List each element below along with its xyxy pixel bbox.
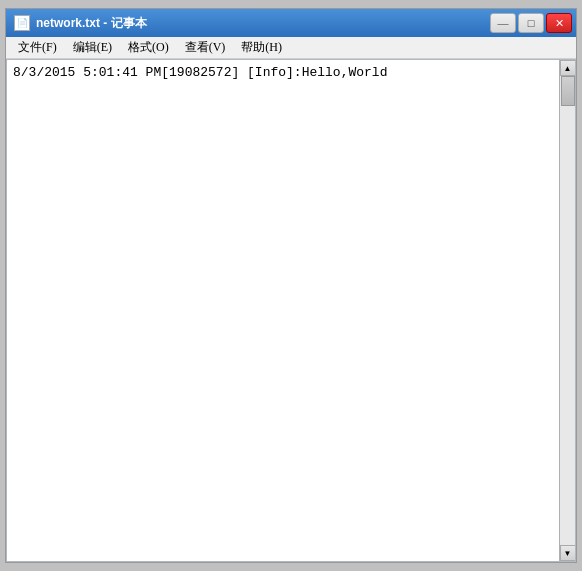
text-area-container: 8/3/2015 5:01:41 PM[19082572] [Info]:Hel… — [6, 59, 576, 562]
minimize-button[interactable]: — — [490, 13, 516, 33]
menu-edit[interactable]: 编辑(E) — [65, 37, 120, 58]
maximize-button[interactable]: □ — [518, 13, 544, 33]
close-button[interactable]: ✕ — [546, 13, 572, 33]
menu-view[interactable]: 查看(V) — [177, 37, 234, 58]
menu-format[interactable]: 格式(O) — [120, 37, 177, 58]
scrollbar-track[interactable] — [560, 76, 575, 545]
text-content[interactable]: 8/3/2015 5:01:41 PM[19082572] [Info]:Hel… — [7, 60, 559, 561]
scroll-up-button[interactable]: ▲ — [560, 60, 576, 76]
vertical-scrollbar: ▲ ▼ — [559, 60, 575, 561]
app-icon: 📄 — [14, 15, 30, 31]
menu-file[interactable]: 文件(F) — [10, 37, 65, 58]
scrollbar-thumb[interactable] — [561, 76, 575, 106]
scroll-down-button[interactable]: ▼ — [560, 545, 576, 561]
window-title: network.txt - 记事本 — [36, 15, 147, 32]
title-bar-left: 📄 network.txt - 记事本 — [14, 15, 147, 32]
menu-help[interactable]: 帮助(H) — [233, 37, 290, 58]
menu-bar: 文件(F) 编辑(E) 格式(O) 查看(V) 帮助(H) — [6, 37, 576, 59]
notepad-window: 📄 network.txt - 记事本 — □ ✕ 文件(F) 编辑(E) 格式… — [5, 8, 577, 563]
title-buttons: — □ ✕ — [490, 13, 572, 33]
scroll-down-icon: ▼ — [564, 549, 572, 558]
scroll-up-icon: ▲ — [564, 64, 572, 73]
title-bar: 📄 network.txt - 记事本 — □ ✕ — [6, 9, 576, 37]
